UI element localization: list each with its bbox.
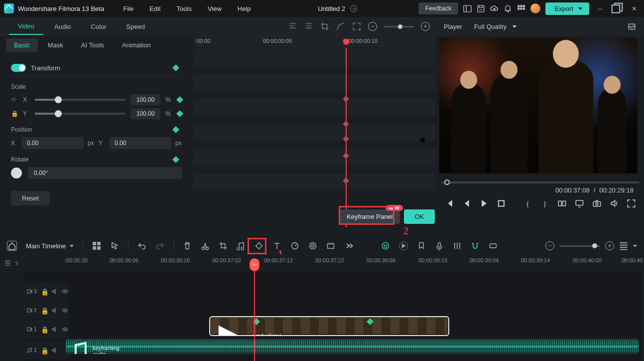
bell-icon[interactable]	[504, 4, 512, 13]
feedback-button[interactable]: Feedback	[418, 2, 459, 14]
save-icon[interactable]	[477, 4, 485, 13]
keyframe-zoom-slider[interactable]	[384, 26, 414, 27]
lock-icon[interactable]: 🔒	[41, 307, 47, 314]
rotate-dial[interactable]	[11, 168, 22, 179]
audio-beat-button[interactable]	[237, 241, 246, 250]
transform-toggle[interactable]	[11, 64, 26, 72]
record-button[interactable]	[399, 241, 408, 250]
subtab-basic[interactable]: Basic	[6, 38, 38, 52]
position-y-input[interactable]: 0.00	[110, 137, 171, 149]
tracks-menu-icon[interactable]	[4, 260, 11, 266]
tab-speed[interactable]: Speed	[117, 19, 154, 34]
mute-icon[interactable]	[51, 347, 58, 354]
layout-icon[interactable]	[463, 4, 472, 13]
zoom-out-button[interactable]: −	[368, 22, 377, 31]
tab-color[interactable]: Color	[82, 19, 115, 34]
mute-icon[interactable]	[51, 326, 58, 333]
more-tools-button[interactable]	[344, 241, 353, 250]
scale-x-value[interactable]: 100.00	[130, 94, 160, 105]
scale-x-keyframe-button[interactable]	[176, 96, 183, 103]
link-tracks-icon[interactable]	[13, 260, 20, 266]
chevron-down-icon[interactable]	[633, 245, 637, 247]
menu-edit[interactable]: Edit	[143, 2, 166, 15]
position-keyframe-button[interactable]	[172, 126, 179, 133]
link-xy-icon[interactable]: ⟲	[11, 96, 18, 103]
rotate-value[interactable]: 0.00°	[28, 167, 182, 179]
lock-icon[interactable]: 🔒	[41, 347, 47, 354]
apps-icon[interactable]	[517, 4, 525, 13]
eye-icon[interactable]	[62, 307, 68, 314]
expand-icon[interactable]	[352, 22, 361, 31]
video-clip[interactable]: production I 4623605_2022111102405pm◎	[210, 317, 448, 335]
mute-icon[interactable]	[51, 307, 58, 314]
close-button[interactable]: ✕	[628, 2, 640, 14]
subtab-mask[interactable]: Mask	[40, 38, 71, 52]
lock-xy-icon[interactable]: 🔒	[11, 110, 18, 117]
redo-button[interactable]	[155, 241, 164, 250]
lock-icon[interactable]: 🔒	[41, 326, 47, 333]
crop-button[interactable]	[219, 241, 228, 250]
mark-out-button[interactable]: }	[541, 199, 549, 208]
timeline-playhead[interactable]: ✄	[254, 271, 255, 361]
speed-button[interactable]	[290, 241, 299, 250]
magnetic-button[interactable]	[471, 241, 480, 250]
crop-icon[interactable]	[320, 22, 329, 31]
timeline-view-icon[interactable]	[619, 241, 628, 250]
keyframe-canvas[interactable]	[193, 48, 436, 227]
subtab-animation[interactable]: Animation	[114, 38, 159, 52]
quality-select[interactable]: Full Quality	[474, 23, 516, 30]
prev-frame-button[interactable]	[445, 199, 454, 208]
play-button[interactable]	[480, 199, 488, 208]
menu-view[interactable]: View	[202, 2, 228, 15]
scale-y-value[interactable]: 100.00	[130, 108, 160, 119]
mixer-button[interactable]	[453, 241, 462, 250]
display-icon[interactable]	[575, 199, 584, 208]
range-button[interactable]	[489, 241, 498, 250]
split-button[interactable]	[201, 241, 210, 250]
timeline-select[interactable]: Main Timeline	[26, 242, 74, 250]
eye-icon[interactable]	[62, 326, 68, 333]
subtab-ai-tools[interactable]: AI Tools	[73, 38, 112, 52]
lock-icon[interactable]: 🔒	[41, 288, 47, 295]
menu-help[interactable]: Help	[232, 2, 257, 15]
volume-button[interactable]	[610, 199, 619, 208]
compare-icon[interactable]	[558, 199, 566, 208]
snapshot-frame-icon[interactable]	[628, 22, 636, 31]
playhead-handle[interactable]: ✄	[250, 258, 259, 271]
timeline-tracks[interactable]: 3 🔒 2 🔒 1 🔒 1 🔒 production I 4623605_202…	[24, 271, 642, 361]
undo-button[interactable]	[137, 241, 146, 250]
tab-audio[interactable]: Audio	[45, 19, 80, 34]
timeline-home-button[interactable]	[7, 241, 17, 251]
align-left-icon[interactable]	[288, 22, 297, 31]
position-x-input[interactable]: 0.00	[22, 137, 84, 149]
curve-icon[interactable]	[336, 22, 345, 31]
adjust-button[interactable]	[326, 241, 335, 250]
mute-icon[interactable]	[51, 288, 58, 295]
timeline-zoom-out[interactable]: −	[545, 241, 554, 250]
maximize-button[interactable]	[611, 2, 623, 14]
menu-file[interactable]: File	[117, 2, 139, 15]
export-button[interactable]: Export	[545, 2, 589, 15]
snapshot-button[interactable]	[593, 199, 601, 208]
fullscreen-button[interactable]	[627, 199, 636, 208]
mark-in-button[interactable]: {	[523, 199, 532, 208]
voiceover-button[interactable]	[435, 241, 444, 250]
ai-face-button[interactable]	[381, 241, 390, 250]
rotate-keyframe-button[interactable]	[172, 156, 179, 163]
video-preview[interactable]	[439, 38, 638, 174]
player-scrub[interactable]	[441, 181, 640, 183]
keyframe-ruler[interactable]: :00:00 00:00:00:05 00:00:00:10	[193, 36, 436, 48]
menu-tools[interactable]: Tools	[171, 2, 198, 15]
delete-button[interactable]	[183, 241, 192, 250]
timeline-zoom-in[interactable]: +	[605, 241, 614, 250]
marker-button[interactable]	[417, 241, 426, 250]
scale-y-slider[interactable]	[35, 113, 126, 115]
step-back-button[interactable]	[463, 199, 471, 208]
scale-x-slider[interactable]	[35, 99, 126, 101]
color-button[interactable]	[308, 241, 317, 250]
transform-keyframe-button[interactable]	[172, 64, 179, 71]
timeline-zoom-slider[interactable]	[559, 245, 600, 247]
ok-button[interactable]: OK	[404, 209, 435, 224]
grid-icon[interactable]	[92, 241, 101, 250]
keyframe-button[interactable]	[255, 241, 263, 250]
